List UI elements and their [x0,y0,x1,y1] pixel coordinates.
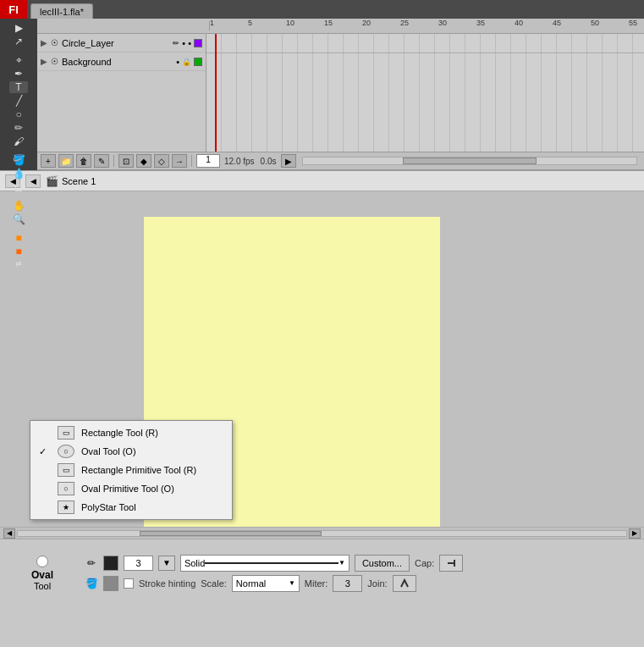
tl-arrow-btn[interactable]: → [172,154,187,168]
custom-btn[interactable]: Custom... [355,555,410,572]
stroke-width-input[interactable] [124,556,153,571]
scale-arrow: ▼ [289,579,295,587]
menu-item-rect[interactable]: ▭ Rectangle Tool (R) [30,423,232,442]
timeline-toolbar: + 📁 🗑 ✎ ⊡ ◆ ◇ → 1 12.0 fps 0.0s ▶ [37,152,644,170]
join-btn[interactable] [393,575,416,592]
pen-tool[interactable]: ✒ [9,68,28,80]
stroke-style-label: Solid [184,558,205,568]
line-tool[interactable]: ╱ [9,95,28,107]
ruler-tick-40: 40 [515,19,523,27]
layer-expand-icon: ▶ [41,38,47,47]
prop-row2: 🪣 Stroke hinting Scale: Normal ▼ Miter: … [85,575,636,592]
menu-check-oval: ✓ [39,446,51,457]
eyedropper-tool[interactable]: 💧 [9,168,28,180]
prop-row1: ✏ ▼ Solid ▼ Custom... Cap: [85,555,636,572]
hand-tool[interactable]: ✋ [9,200,28,212]
tl-keyframe-btn[interactable]: ◆ [136,154,151,168]
miter-label: Miter: [305,578,328,589]
frame-grid [206,34,644,152]
scale-select[interactable]: Normal ▼ [232,575,300,592]
current-frame-input[interactable]: 1 [196,154,220,168]
layer-lock-icon: 🔒 [182,58,191,66]
playhead [215,34,217,152]
timeline: ▶ ↗ ⌖ ✒ T ╱ ○ ✏ 🖌 🪣 💧 ◻ ✋ 🔍 ■ ■ ⇄ ​ 1 5 … [0,19,644,171]
scroll-thumb [140,531,322,536]
layer-row-bg[interactable]: ▶ ☉ Background • 🔒 [37,53,206,71]
cap-btn[interactable] [439,555,463,572]
fl-logo: Fl [0,0,27,19]
stroke-color[interactable]: ■ [9,232,28,244]
top-bar: Fl lecIII-1.fla* [0,0,644,19]
ruler-tick-1: 1 [210,19,214,27]
ruler-tick-45: 45 [553,19,561,27]
layer-dot2: • [188,38,191,48]
fill-bucket-icon: 🪣 [85,577,98,590]
miter-value: 3 [345,578,350,589]
stroke-color-swatch[interactable] [103,556,118,571]
tl-play-btn[interactable]: ▶ [281,154,296,168]
tl-frame-btn[interactable]: ⊡ [118,154,134,168]
ruler: 1 5 10 15 20 25 30 35 40 45 50 55 60 [210,19,644,34]
scroll-right-btn[interactable]: ▶ [629,528,641,539]
layer-name-circle: Circle_Layer [62,38,169,48]
timeline-header: ​ 1 5 10 15 20 25 30 35 40 45 50 55 60 [37,19,644,34]
menu-item-oval-prim[interactable]: ○ Oval Primitive Tool (O) [30,479,232,498]
fill-color-swatch[interactable] [103,576,118,591]
tl-sep-1 [113,155,114,167]
menu-check-polystar [39,502,51,512]
menu-item-rect-prim[interactable]: ▭ Rectangle Primitive Tool (R) [30,461,232,479]
shape-tool[interactable]: ○ [9,108,28,120]
lasso-tool[interactable]: ⌖ [9,54,28,66]
miter-input[interactable]: 3 [333,575,362,592]
arrow-tool[interactable]: ▶ [9,22,28,34]
tl-blank-btn[interactable]: ◇ [154,154,169,168]
stroke-style-select[interactable]: Solid ▼ [180,555,350,572]
ruler-tick-20: 20 [362,19,371,27]
brush-tool[interactable]: 🖌 [9,135,28,147]
tl-edit-btn[interactable]: ✎ [94,154,109,168]
active-tab[interactable]: lecIII-1.fla* [30,3,93,19]
stroke-hint-checkbox[interactable] [124,578,134,589]
scroll-track[interactable] [17,530,627,537]
layer-type-icon: ☉ [51,38,58,47]
layer-dot-bg: • [176,57,179,67]
text-tool[interactable]: T [9,81,28,93]
paint-bucket-tool[interactable]: 🪣 [9,154,28,166]
tl-new-layer-btn[interactable]: + [41,154,56,168]
tool-radio [36,556,48,567]
tool-name: Oval [31,569,53,581]
subselect-tool[interactable]: ↗ [9,36,28,47]
main-area: ▭ Rectangle Tool (R) ✓ ○ Oval Tool (O) ▭… [0,191,644,527]
timeline-content: ​ 1 5 10 15 20 25 30 35 40 45 50 55 60 [37,19,644,170]
menu-item-oval[interactable]: ✓ ○ Oval Tool (O) [30,442,232,461]
tl-new-folder-btn[interactable]: 📁 [58,154,74,168]
ruler-tick-30: 30 [438,19,447,27]
scene-icon: 🎬 [46,175,58,187]
stroke-width-dropdown[interactable]: ▼ [158,556,175,571]
ruler-tick-55: 55 [629,19,637,27]
menu-icon-rect-prim: ▭ [58,463,74,477]
cap-label: Cap: [415,558,434,568]
fps-label: 12.0 fps [224,157,255,166]
layer-row-circle[interactable]: ▶ ☉ Circle_Layer ✏ • • [37,34,206,53]
pencil-tool[interactable]: ✏ [9,122,28,134]
zoom-tool[interactable]: 🔍 [9,213,28,225]
tool-label: Tool [34,581,51,591]
frames-area[interactable] [206,34,644,152]
timeline-scrollbar[interactable] [302,157,638,165]
h-scrollbar[interactable]: ◀ ▶ [0,527,644,539]
scroll-left-btn[interactable]: ◀ [3,528,15,539]
ruler-tick-35: 35 [476,19,485,27]
swap-colors[interactable]: ⇄ [9,259,28,268]
eraser-tool[interactable]: ◻ [9,181,28,193]
prop-controls: ✏ ▼ Solid ▼ Custom... Cap: [85,555,636,592]
menu-icon-rect: ▭ [58,426,74,440]
menu-item-polystar[interactable]: ★ PolyStar Tool [30,498,232,517]
layers-area: ▶ ☉ Circle_Layer ✏ • • ▶ ☉ Background [37,34,644,152]
scale-value: Normal [236,578,266,589]
join-label: Join: [367,578,387,589]
fill-color[interactable]: ■ [9,246,28,257]
canvas-area[interactable]: ▭ Rectangle Tool (R) ✓ ○ Oval Tool (O) ▭… [0,191,644,527]
tl-delete-layer-btn[interactable]: 🗑 [76,154,91,168]
layer-expand-icon-bg: ▶ [41,57,47,66]
